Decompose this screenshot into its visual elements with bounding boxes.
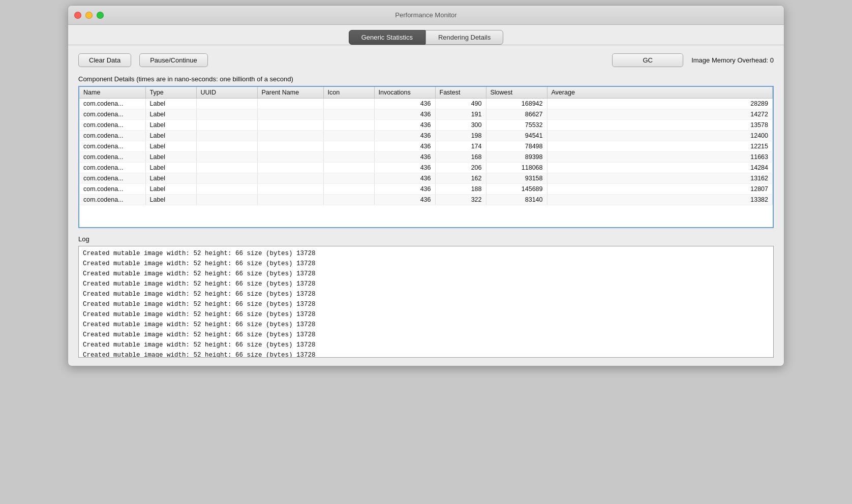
cell-slowest: 118068 [486, 163, 547, 173]
cell-average: 28289 [547, 99, 773, 109]
cell-slowest: 78498 [486, 141, 547, 152]
table-header-row: Name Type UUID Parent Name Icon Invocati… [79, 87, 773, 99]
gc-button[interactable]: GC [612, 53, 683, 67]
col-header-average: Average [547, 87, 773, 99]
cell-parent [257, 120, 323, 131]
cell-average: 14284 [547, 163, 773, 173]
cell-icon [323, 184, 374, 195]
log-line: Created mutable image width: 52 height: … [83, 299, 769, 309]
cell-icon [323, 99, 374, 109]
cell-fastest: 174 [435, 141, 486, 152]
cell-name: com.codena... [79, 131, 145, 141]
cell-type: Label [145, 163, 196, 173]
cell-type: Label [145, 141, 196, 152]
cell-type: Label [145, 184, 196, 195]
cell-average: 11663 [547, 152, 773, 163]
log-line: Created mutable image width: 52 height: … [83, 269, 769, 279]
pause-continue-button[interactable]: Pause/Continue [139, 53, 208, 67]
cell-uuid [196, 141, 257, 152]
close-button[interactable] [74, 12, 81, 19]
main-window: Performance Monitor Generic Statistics R… [68, 5, 784, 366]
cell-uuid [196, 163, 257, 173]
cell-fastest: 191 [435, 109, 486, 120]
cell-type: Label [145, 195, 196, 205]
col-header-uuid: UUID [196, 87, 257, 99]
cell-uuid [196, 120, 257, 131]
log-line: Created mutable image width: 52 height: … [83, 289, 769, 299]
cell-icon [323, 131, 374, 141]
cell-invocations: 436 [374, 152, 435, 163]
image-memory-label: Image Memory Overhead: 0 [691, 56, 774, 64]
clear-data-button[interactable]: Clear Data [78, 53, 131, 67]
cell-invocations: 436 [374, 99, 435, 109]
table-row: com.codena... Label 436 191 86627 14272 [79, 109, 773, 120]
table-row: com.codena... Label 436 206 118068 14284 [79, 163, 773, 173]
cell-name: com.codena... [79, 152, 145, 163]
cell-average: 12215 [547, 141, 773, 152]
tab-bar: Generic Statistics Rendering Details [68, 25, 784, 45]
table-row: com.codena... Label 436 174 78498 12215 [79, 141, 773, 152]
cell-parent [257, 163, 323, 173]
cell-icon [323, 152, 374, 163]
cell-name: com.codena... [79, 163, 145, 173]
cell-parent [257, 152, 323, 163]
col-header-slowest: Slowest [486, 87, 547, 99]
log-line: Created mutable image width: 52 height: … [83, 320, 769, 330]
log-section-label: Log [78, 235, 774, 243]
cell-slowest: 89398 [486, 152, 547, 163]
cell-fastest: 188 [435, 184, 486, 195]
cell-slowest: 86627 [486, 109, 547, 120]
table-scroll-area[interactable]: Name Type UUID Parent Name Icon Invocati… [79, 87, 773, 227]
cell-icon [323, 109, 374, 120]
col-header-fastest: Fastest [435, 87, 486, 99]
minimize-button[interactable] [85, 12, 93, 19]
tab-rendering-details[interactable]: Rendering Details [425, 30, 503, 45]
table-row: com.codena... Label 436 162 93158 13162 [79, 173, 773, 184]
tab-generic-statistics[interactable]: Generic Statistics [349, 30, 425, 45]
component-details-table-container: Name Type UUID Parent Name Icon Invocati… [78, 86, 774, 228]
cell-parent [257, 173, 323, 184]
log-line: Created mutable image width: 52 height: … [83, 248, 769, 259]
cell-average: 13162 [547, 173, 773, 184]
log-line: Created mutable image width: 52 height: … [83, 330, 769, 340]
cell-average: 12400 [547, 131, 773, 141]
cell-name: com.codena... [79, 141, 145, 152]
col-header-type: Type [145, 87, 196, 99]
cell-uuid [196, 131, 257, 141]
col-header-name: Name [79, 87, 145, 99]
cell-invocations: 436 [374, 184, 435, 195]
cell-fastest: 300 [435, 120, 486, 131]
cell-parent [257, 184, 323, 195]
cell-fastest: 490 [435, 99, 486, 109]
table-row: com.codena... Label 436 168 89398 11663 [79, 152, 773, 163]
col-header-icon: Icon [323, 87, 374, 99]
cell-name: com.codena... [79, 184, 145, 195]
table-row: com.codena... Label 436 322 83140 13382 [79, 195, 773, 205]
cell-slowest: 94541 [486, 131, 547, 141]
component-details-label: Component Details (times are in nano-sec… [78, 75, 774, 83]
cell-uuid [196, 173, 257, 184]
log-line: Created mutable image width: 52 height: … [83, 350, 769, 358]
cell-slowest: 168942 [486, 99, 547, 109]
cell-average: 13382 [547, 195, 773, 205]
cell-parent [257, 131, 323, 141]
cell-average: 12807 [547, 184, 773, 195]
cell-invocations: 436 [374, 141, 435, 152]
log-box[interactable]: Created mutable image width: 52 height: … [78, 246, 774, 358]
maximize-button[interactable] [97, 12, 104, 19]
cell-invocations: 436 [374, 173, 435, 184]
cell-uuid [196, 109, 257, 120]
toolbar: Clear Data Pause/Continue GC Image Memor… [78, 53, 774, 67]
cell-fastest: 162 [435, 173, 486, 184]
cell-name: com.codena... [79, 109, 145, 120]
window-controls [74, 12, 104, 19]
main-content: Clear Data Pause/Continue GC Image Memor… [68, 45, 784, 366]
table-row: com.codena... Label 436 490 168942 28289 [79, 99, 773, 109]
table-row: com.codena... Label 436 188 145689 12807 [79, 184, 773, 195]
cell-icon [323, 195, 374, 205]
cell-invocations: 436 [374, 120, 435, 131]
cell-icon [323, 120, 374, 131]
cell-uuid [196, 99, 257, 109]
cell-invocations: 436 [374, 163, 435, 173]
titlebar: Performance Monitor [68, 6, 784, 25]
